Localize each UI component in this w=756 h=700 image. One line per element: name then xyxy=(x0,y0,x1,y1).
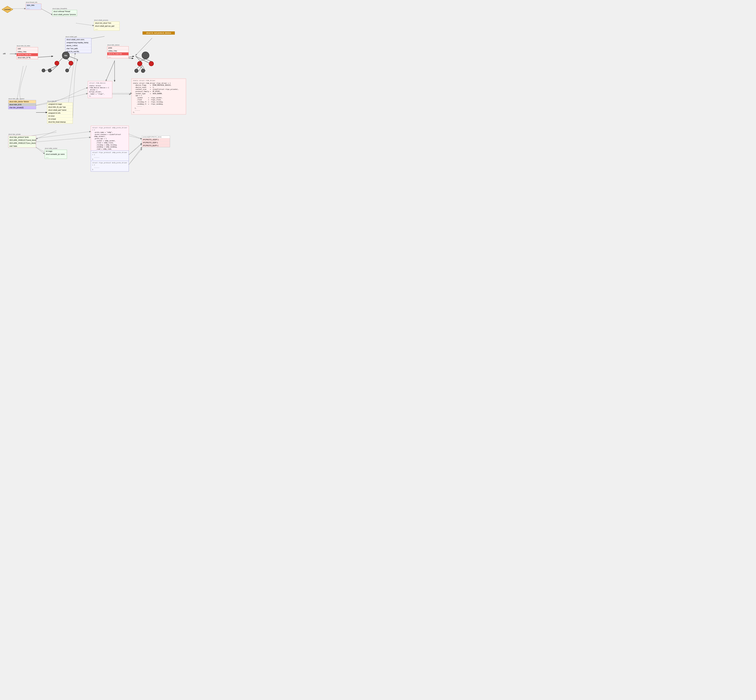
svg-line-48 xyxy=(36,148,45,154)
bufp-proto-code: ...... } xyxy=(92,166,127,170)
cp-row-2: struct cobalt_ppd sys_ppd xyxy=(94,25,119,28)
rtipc-private-title: struct rtipc_private xyxy=(8,133,21,135)
svg-line-2 xyxy=(76,23,94,26)
rb-root-title: struct rb_root protocol_devices xyxy=(143,31,175,34)
rp-row-3: DECLARE_XNSELECT(recv_block) xyxy=(8,142,36,145)
svg-line-27 xyxy=(128,136,142,139)
ppd-row-2: unsigned long mayday_tramp; xyxy=(65,41,91,44)
proto-row-1: IPCPROTO_XDDP-1 xyxy=(142,138,170,141)
rtdm-device-bottom-code: static struct rtdm_device device = {.dri… xyxy=(89,85,111,97)
svg-line-10 xyxy=(51,65,58,71)
rdc-row-1: struct rtdm_device *device xyxy=(8,100,36,103)
xddp-proto-title: struct rtipc_protocol xddp_proto_driver … xyxy=(92,127,127,131)
svg-line-12 xyxy=(17,66,23,103)
tree-node-lr xyxy=(48,69,51,72)
bufp-proto-driver: struct rtipc_protocol bufp_proto_driver … xyxy=(91,161,129,172)
tree-node-ll xyxy=(42,69,45,72)
svg-line-24 xyxy=(36,137,90,142)
current-label: current xyxy=(4,8,11,11)
cobalt-process-title: struct cobalt_process xyxy=(94,19,108,21)
struct-rtdm-device-bottom: struct rtdm_device static struct rtdm_de… xyxy=(88,81,112,98)
rtdm-fd-title: struct rtdm_fd xyxy=(47,100,56,102)
rdt-row-1: proto xyxy=(107,47,128,50)
fdi-row-4: struct rtdm_fd *fd; xyxy=(17,56,38,59)
static-rtdm-driver: static struct rtdm_driver static struct … xyxy=(131,78,186,114)
xs-row-1: int magic xyxy=(45,150,67,153)
device-to-driver-arrow xyxy=(112,92,132,95)
cobalt-ppd-title: struct cobalt_ppd xyxy=(65,36,77,38)
rdc-row-2: struct rtdm_fd fd xyxy=(8,103,36,106)
rp-row-2: DECLARE_XNSELECT(send_block) xyxy=(8,139,36,142)
svg-line-41 xyxy=(136,66,140,69)
svg-line-51 xyxy=(129,143,142,155)
tree-node-left-red xyxy=(55,61,59,66)
xs-row-2: struct sockaddr_ipc name xyxy=(45,153,67,156)
rtfd-row-4: unsigned int refs xyxy=(47,112,73,115)
ppd-row-3: atomic_t refcnt; xyxy=(65,44,91,47)
fdi-row-2: xnkey_t key xyxy=(17,50,38,53)
iddp-proto-title: struct rtipc_protocol iddp_proto_driver … xyxy=(92,152,127,156)
svg-line-40 xyxy=(145,59,151,61)
thread-info-row-1: ipipe_data xyxy=(26,4,41,7)
xddp-socket-title: struct xddp_socket xyxy=(45,148,57,149)
proto-row-3: IPCPROTO_BUFP-1 xyxy=(142,144,170,147)
struct-rtdm-fd: struct rtdm_fd unsigned int magic struct… xyxy=(47,103,73,123)
rtdm-fd-index-title: struct rtdm_fd_index xyxy=(17,45,30,47)
rtfd-row-7: struct list_head cleanup xyxy=(47,120,73,123)
ufd-arrow xyxy=(5,52,17,56)
svg-line-1 xyxy=(41,9,53,15)
rtfd-row-3: struct cobalt_ppd *owner xyxy=(47,109,73,112)
ppd-row-4: char *exe_path; xyxy=(65,47,91,50)
rtdm-device-top-title: struct rtdm_device xyxy=(107,44,120,46)
proto-row-2: IPCPROTO_IDDP-1 xyxy=(142,141,170,144)
rdt-row-2: xnkey_t key xyxy=(107,50,128,52)
fdi-row-1: xnid xyxy=(17,47,38,50)
svg-text:fds: fds xyxy=(64,55,67,57)
struct-ipipe-threadinfo: struct ipipe_threadinfo struct xnthread … xyxy=(52,10,77,16)
struct-rtdm-device-top: struct rtdm_device proto xnkey_t key str… xyxy=(107,46,129,58)
svg-point-35 xyxy=(137,61,142,66)
rtfd-row-6: int compat xyxy=(47,117,73,120)
svg-point-37 xyxy=(135,69,138,73)
svg-line-42 xyxy=(140,66,143,69)
rdt-row-3: struct rb_node link xyxy=(107,52,128,55)
struct-rtipc-private: struct rtipc_private struct rtipc_protoc… xyxy=(8,136,36,148)
rdc-row-3: char dev_private[0] xyxy=(8,106,36,109)
rtdm-driver-title: static struct rtdm_driver xyxy=(133,80,184,82)
link-to-tree-arrow xyxy=(129,58,134,60)
svg-line-29 xyxy=(128,149,142,166)
iddp-proto-code: ...... } xyxy=(92,156,127,160)
struct-xddp-socket: struct xddp_socket int magic struct sock… xyxy=(45,150,67,159)
rtdm-device-bottom-title: struct rtdm_device xyxy=(89,82,111,84)
protocols-box: protocols[IPCPROTO_MAX] IPCPROTO_XDDP-1 … xyxy=(142,136,170,147)
svg-line-50 xyxy=(129,134,142,139)
tree-node-right-red xyxy=(69,61,73,66)
rp-row-4: void *state xyxy=(8,145,36,148)
struct-cobalt-ppd: struct cobalt_ppd struct cobalt_umm umm;… xyxy=(65,38,92,53)
rtfd-row-1: unsigned int magic xyxy=(47,103,73,106)
current-diamond: current xyxy=(2,6,13,14)
bufp-proto-title: struct rtipc_protocol bufp_proto_driver … xyxy=(92,162,127,166)
svg-line-52 xyxy=(129,147,142,164)
svg-line-49 xyxy=(36,131,56,139)
rtdm-down-arrow xyxy=(113,60,116,82)
rdt-row-4: ...... xyxy=(107,55,128,58)
ipipe-row-2: struct cobalt_process *process xyxy=(52,13,77,16)
tree-node-rl xyxy=(65,69,69,72)
svg-point-36 xyxy=(149,61,154,66)
struct-rtdm-fd-index: struct rtdm_fd_index xnid xnkey_t key st… xyxy=(17,47,38,59)
struct-rtdm-dev-context: struct rtdm_dev_context struct rtdm_devi… xyxy=(8,100,36,109)
ppd-row-1: struct cobalt_umm umm; xyxy=(65,38,91,41)
thread-info-row-2: ...... xyxy=(26,7,41,9)
fds-node-label: fds xyxy=(62,51,70,60)
rtdm-driver-code: static struct rtdm_driver rtipc_driver =… xyxy=(133,82,184,114)
cp-row-1: struct mm_struct *mm xyxy=(94,22,119,25)
struct-cobalt-process: struct cobalt_process struct mm_struct *… xyxy=(94,22,120,31)
iddp-proto-driver: struct rtipc_protocol iddp_proto_driver … xyxy=(91,150,129,161)
svg-point-34 xyxy=(142,52,149,59)
rtdm-dev-context-title: struct rtdm_dev_context xyxy=(8,98,24,100)
struct-thread-info: struct thread_info ipipe_data ...... xyxy=(26,4,41,10)
protocol-tree-root xyxy=(132,51,159,75)
rp-row-1: struct rtipc_protocol *proto xyxy=(8,136,36,139)
cp-row-3: ...... xyxy=(94,28,119,30)
